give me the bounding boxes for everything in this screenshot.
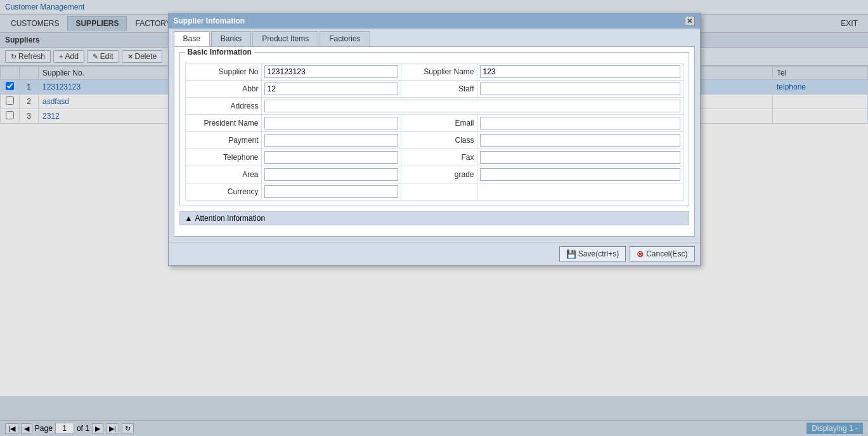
save-icon: 💾: [566, 249, 576, 259]
telephone-label: Telephone: [185, 149, 261, 166]
abbr-cell: [261, 81, 401, 98]
save-label: Save(ctrl+s): [578, 249, 619, 258]
form-row: Currency: [185, 183, 683, 201]
fax-cell: [477, 149, 683, 166]
save-button[interactable]: 💾 Save(ctrl+s): [559, 246, 626, 261]
fax-label: Fax: [401, 149, 477, 166]
tab-factories[interactable]: Factories: [320, 31, 370, 46]
payment-input[interactable]: [264, 134, 398, 147]
attention-header[interactable]: ▲ Attention Information: [180, 212, 689, 225]
email-cell: [477, 115, 683, 132]
basic-info-title: Basic Information: [185, 48, 254, 56]
currency-label: Currency: [185, 183, 261, 201]
supplier-info-dialog: Supplier Infomation ✕ Base Banks Product…: [168, 13, 701, 266]
supplier-no-label: Supplier No: [185, 63, 261, 81]
dialog-close-button[interactable]: ✕: [685, 16, 695, 26]
form-row: Area grade: [185, 166, 683, 183]
dialog-footer: 💾 Save(ctrl+s) ⊗ Cancel(Esc): [169, 242, 700, 265]
dialog-header: Supplier Infomation ✕: [169, 13, 700, 29]
tab-content-base: Basic Information Supplier No Supplier N…: [174, 46, 695, 237]
form-row: Abbr Staff: [185, 81, 683, 98]
telephone-cell: [261, 149, 401, 166]
class-input[interactable]: [480, 134, 680, 147]
supplier-name-label: Supplier Name: [401, 63, 477, 81]
class-cell: [477, 132, 683, 149]
tab-product-items[interactable]: Product Items: [252, 31, 318, 46]
area-input[interactable]: [264, 168, 398, 181]
staff-label: Staff: [401, 81, 477, 98]
supplier-name-input[interactable]: [480, 65, 680, 78]
form-row: Supplier No Supplier Name: [185, 63, 683, 81]
telephone-input[interactable]: [264, 151, 398, 164]
president-name-label: President Name: [185, 115, 261, 132]
form-row: Address: [185, 98, 683, 115]
president-name-cell: [261, 115, 401, 132]
supplier-no-cell: [261, 63, 401, 81]
payment-cell: [261, 132, 401, 149]
currency-cell: [261, 183, 401, 201]
address-cell: [261, 98, 683, 115]
form-row: President Name Email: [185, 115, 683, 132]
modal-overlay: Supplier Infomation ✕ Base Banks Product…: [0, 0, 868, 436]
class-label: Class: [401, 132, 477, 149]
dialog-tab-bar: Base Banks Product Items Factories: [169, 29, 700, 46]
form-row: Telephone Fax: [185, 149, 683, 166]
fax-input[interactable]: [480, 151, 680, 164]
supplier-name-cell: [477, 63, 683, 81]
currency-input[interactable]: [264, 185, 398, 198]
tab-banks[interactable]: Banks: [211, 31, 251, 46]
basic-info-form: Supplier No Supplier Name Abbr: [185, 63, 683, 201]
cancel-icon: ⊗: [637, 249, 644, 259]
basic-info-section: Basic Information Supplier No Supplier N…: [179, 52, 689, 206]
dialog-title: Supplier Infomation: [174, 17, 245, 25]
tab-base[interactable]: Base: [174, 31, 210, 46]
abbr-input[interactable]: [264, 83, 398, 95]
cancel-label: Cancel(Esc): [646, 249, 687, 258]
address-input[interactable]: [264, 100, 680, 112]
form-row: Payment Class: [185, 132, 683, 149]
area-cell: [261, 166, 401, 183]
staff-cell: [477, 81, 683, 98]
president-name-input[interactable]: [264, 117, 398, 129]
grade-cell: [477, 166, 683, 183]
cancel-button[interactable]: ⊗ Cancel(Esc): [630, 246, 694, 261]
area-label: Area: [185, 166, 261, 183]
attention-title: Attention Information: [195, 214, 265, 223]
attention-collapse-icon: ▲: [185, 214, 193, 223]
address-label: Address: [185, 98, 261, 115]
email-input[interactable]: [480, 117, 680, 129]
staff-input[interactable]: [480, 83, 680, 95]
attention-section: ▲ Attention Information: [179, 211, 689, 225]
grade-input[interactable]: [480, 168, 680, 181]
grade-label: grade: [401, 166, 477, 183]
email-label: Email: [401, 115, 477, 132]
supplier-no-input[interactable]: [264, 65, 398, 78]
abbr-label: Abbr: [185, 81, 261, 98]
payment-label: Payment: [185, 132, 261, 149]
